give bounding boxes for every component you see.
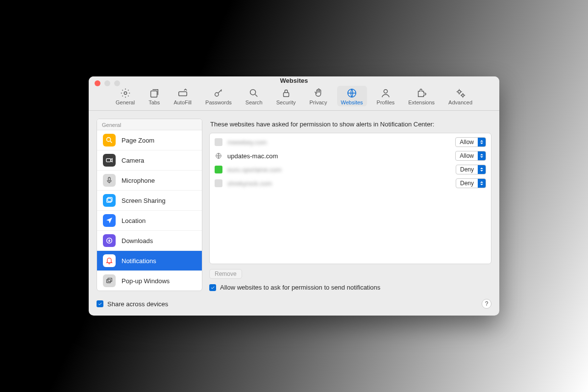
website-name: updates-mac.com (227, 152, 450, 160)
help-button[interactable]: ? (482, 299, 491, 309)
toolbar-label: Passwords (205, 99, 232, 105)
toolbar-tabs[interactable]: Tabs (145, 86, 164, 106)
svg-point-8 (458, 91, 461, 94)
zoom-window-button[interactable] (114, 80, 120, 86)
svg-rect-11 (106, 159, 111, 162)
toolbar-label: Tabs (148, 99, 160, 105)
toolbar-label: Search (245, 99, 263, 105)
sidebar-item-page-zoom[interactable]: Page Zoom (97, 130, 202, 150)
download-icon (103, 234, 116, 247)
svg-point-7 (384, 90, 387, 93)
globe-favicon-icon (215, 152, 222, 160)
remove-button[interactable]: Remove (209, 269, 242, 279)
toolbar-autofill[interactable]: AutoFill (170, 86, 196, 106)
svg-point-9 (462, 94, 464, 97)
sidebar-item-popups[interactable]: Pop-up Windows (97, 271, 202, 291)
allow-ask-label: Allow websites to ask for permission to … (220, 284, 380, 291)
sidebar-item-microphone[interactable]: Microphone (97, 171, 202, 191)
website-name: euro.sporlaine.com (227, 166, 451, 173)
toolbar-websites[interactable]: Websites (337, 86, 367, 106)
camera-icon (103, 154, 116, 167)
svg-rect-1 (150, 91, 157, 97)
categories-sidebar: General Page Zoom Camera Microphone (97, 119, 202, 291)
sidebar-item-screen-sharing[interactable]: Screen Sharing (97, 191, 202, 211)
hand-icon (313, 88, 324, 98)
permission-select[interactable]: Allow (455, 137, 486, 147)
permission-value: Allow (456, 152, 478, 159)
toolbar-label: Advanced (448, 99, 472, 105)
toolbar-advanced[interactable]: Advanced (444, 86, 476, 106)
globe-icon (346, 88, 357, 98)
svg-point-3 (215, 93, 219, 96)
toolbar-label: Websites (341, 99, 363, 105)
sidebar-item-label: Location (122, 217, 146, 224)
toolbar-passwords[interactable]: Passwords (201, 86, 236, 106)
share-devices-checkbox[interactable] (97, 300, 103, 307)
share-devices-row[interactable]: Share across devices (97, 300, 168, 308)
website-name: shrekyrock.com (227, 180, 451, 187)
website-row[interactable]: meeebey.com Allow (210, 135, 491, 149)
toolbar-label: AutoFill (173, 99, 192, 105)
svg-rect-16 (107, 279, 111, 283)
favicon-icon (215, 179, 222, 187)
person-icon (380, 88, 391, 98)
location-icon (103, 214, 116, 227)
toolbar-privacy[interactable]: Privacy (305, 86, 331, 106)
svg-point-0 (124, 92, 127, 95)
content-body: General Page Zoom Camera Microphone (89, 111, 499, 299)
stepper-arrows-icon (478, 165, 486, 174)
toolbar-profiles[interactable]: Profiles (373, 86, 399, 106)
magnifier-icon (103, 134, 116, 147)
sidebar-item-camera[interactable]: Camera (97, 150, 202, 171)
sidebar-item-label: Camera (122, 157, 144, 164)
sidebar-item-label: Downloads (122, 237, 153, 245)
permission-select[interactable]: Deny (456, 178, 486, 188)
allow-ask-row[interactable]: Allow websites to ask for permission to … (209, 284, 491, 291)
puzzle-icon (416, 88, 427, 98)
permission-value: Allow (456, 139, 478, 146)
toolbar-search[interactable]: Search (242, 86, 267, 106)
stepper-arrows-icon (478, 138, 486, 147)
gears-icon (455, 88, 466, 98)
permission-value: Deny (456, 180, 478, 187)
website-row[interactable]: euro.sporlaine.com Deny (210, 163, 491, 176)
svg-rect-2 (178, 92, 187, 96)
website-row[interactable]: shrekyrock.com Deny (210, 176, 491, 190)
close-window-button[interactable] (95, 80, 100, 86)
key-icon (213, 88, 224, 98)
svg-rect-5 (283, 93, 289, 97)
stepper-arrows-icon (478, 179, 486, 188)
website-name: meeebey.com (227, 139, 450, 146)
toolbar-label: Profiles (377, 99, 395, 105)
permission-value: Deny (456, 166, 478, 173)
gear-icon (120, 88, 131, 98)
search-icon (248, 88, 259, 98)
titlebar: Websites (89, 76, 499, 85)
sidebar-item-downloads[interactable]: Downloads (97, 231, 202, 251)
toolbar-general[interactable]: General (112, 86, 139, 106)
toolbar-label: Privacy (309, 99, 327, 105)
sidebar-item-location[interactable]: Location (97, 211, 202, 231)
share-devices-label: Share across devices (107, 300, 168, 308)
toolbar-label: Extensions (408, 99, 435, 105)
sidebar-item-label: Page Zoom (122, 137, 154, 144)
permission-select[interactable]: Allow (455, 151, 486, 161)
check-icon (98, 301, 102, 306)
window-footer: Share across devices ? (89, 299, 499, 316)
svg-point-10 (107, 138, 111, 142)
toolbar-label: General (116, 99, 135, 105)
toolbar-extensions[interactable]: Extensions (404, 86, 439, 106)
lock-icon (281, 88, 292, 98)
sidebar-item-label: Screen Sharing (122, 197, 166, 204)
sidebar-section-label: General (97, 119, 202, 130)
toolbar-security[interactable]: Security (272, 86, 300, 106)
websites-list[interactable]: meeebey.com Allow updates-mac.com Allow (209, 133, 491, 264)
website-row[interactable]: updates-mac.com Allow (210, 149, 491, 163)
minimize-window-button[interactable] (104, 80, 110, 86)
allow-ask-checkbox[interactable] (209, 284, 216, 291)
stepper-arrows-icon (478, 151, 486, 160)
bell-icon (103, 254, 116, 267)
sidebar-item-notifications[interactable]: Notifications (97, 251, 202, 271)
permission-select[interactable]: Deny (456, 165, 486, 174)
preferences-window: Websites General Tabs AutoFill Passwords… (89, 76, 499, 316)
